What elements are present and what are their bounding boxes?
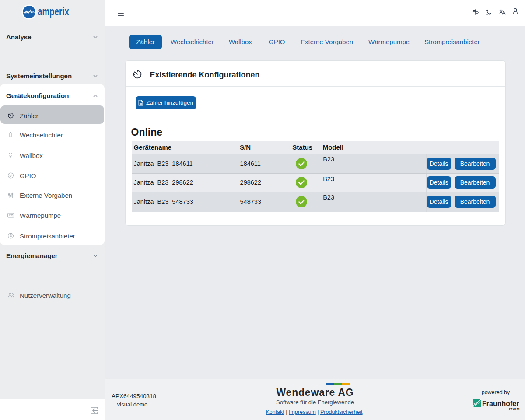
- svg-text:Fraunhofer: Fraunhofer: [482, 400, 519, 407]
- svg-text:ITWM: ITWM: [509, 407, 520, 411]
